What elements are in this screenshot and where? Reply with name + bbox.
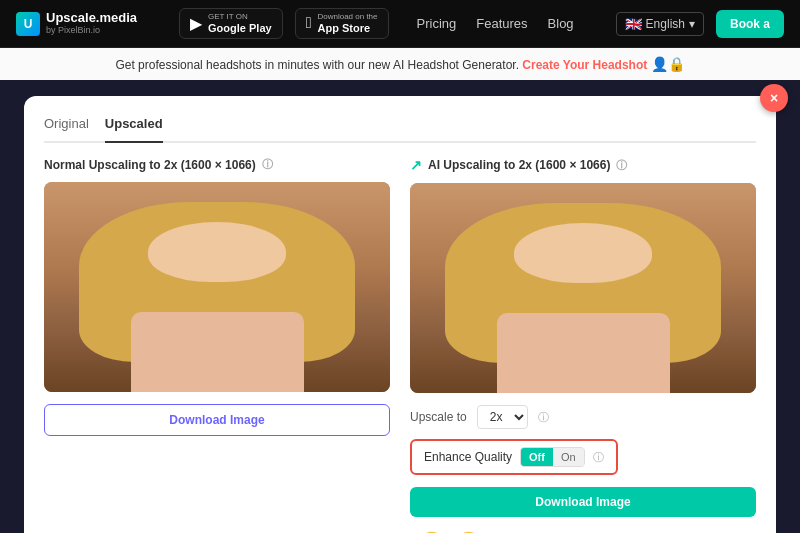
logo-sub: by PixelBin.io <box>46 26 137 36</box>
card: × Original Upscaled Normal Upscaling to … <box>24 96 776 533</box>
normal-image <box>44 182 390 392</box>
book-button[interactable]: Book a <box>716 10 784 38</box>
upscale-label: Upscale to <box>410 410 467 424</box>
language-label: English <box>646 17 685 31</box>
face-right <box>514 223 652 283</box>
toggle-on-btn[interactable]: On <box>553 448 584 466</box>
logo-icon: U <box>16 12 40 36</box>
navbar-links: Pricing Features Blog <box>417 16 574 31</box>
upscale-select[interactable]: 2x 4x 8x <box>477 405 528 429</box>
ai-image <box>410 183 756 393</box>
enhance-info-icon[interactable]: ⓘ <box>593 450 604 465</box>
logo-text: Upscale.media by PixelBin.io <box>46 11 137 35</box>
upscale-info-icon[interactable]: ⓘ <box>538 410 549 425</box>
enhance-quality-label: Enhance Quality <box>424 450 512 464</box>
google-play-large: Google Play <box>208 22 272 34</box>
info-icon-right[interactable]: ⓘ <box>616 158 627 173</box>
flag-icon: 🇬🇧 <box>625 16 642 32</box>
enhance-quality-box: Enhance Quality Off On ⓘ <box>410 439 618 475</box>
google-play-small: GET IT ON <box>208 13 272 22</box>
ai-upscaling-section: ↗ AI Upscaling to 2x (1600 × 1066) ⓘ Ups… <box>410 157 756 517</box>
body-left <box>131 312 304 392</box>
apple-icon:  <box>306 14 312 32</box>
info-icon-left[interactable]: ⓘ <box>262 157 273 172</box>
banner-icons: 👤🔒 <box>651 56 685 72</box>
ai-upscale-icon: ↗ <box>410 157 422 173</box>
toggle-off-btn[interactable]: Off <box>521 448 553 466</box>
body-right <box>497 313 670 393</box>
pricing-link[interactable]: Pricing <box>417 16 457 31</box>
language-selector[interactable]: 🇬🇧 English ▾ <box>616 12 704 36</box>
images-row: Normal Upscaling to 2x (1600 × 1066) ⓘ D… <box>44 157 756 517</box>
google-play-icon: ▶ <box>190 14 202 33</box>
normal-upscaling-title: Normal Upscaling to 2x (1600 × 1066) ⓘ <box>44 157 390 172</box>
navbar-right: 🇬🇧 English ▾ Book a <box>616 10 784 38</box>
portrait-bg-right <box>410 183 756 393</box>
download-normal-button[interactable]: Download Image <box>44 404 390 436</box>
google-play-btn[interactable]: ▶ GET IT ON Google Play <box>179 8 283 39</box>
app-store-large: App Store <box>317 22 377 34</box>
tabs: Original Upscaled <box>44 116 756 143</box>
portrait-bg-left <box>44 182 390 392</box>
logo-main: Upscale.media <box>46 11 137 25</box>
controls-row: Upscale to 2x 4x 8x ⓘ Enhance Quality Of… <box>410 405 756 475</box>
ai-upscaling-title: ↗ AI Upscaling to 2x (1600 × 1066) ⓘ <box>410 157 756 173</box>
close-button[interactable]: × <box>760 84 788 112</box>
banner: Get professional headshots in minutes wi… <box>0 48 800 80</box>
normal-upscaling-section: Normal Upscaling to 2x (1600 × 1066) ⓘ D… <box>44 157 390 517</box>
app-store-btn[interactable]:  Download on the App Store <box>295 8 389 39</box>
navbar-left: U Upscale.media by PixelBin.io <box>16 11 137 35</box>
app-store-small: Download on the <box>317 13 377 22</box>
navbar: U Upscale.media by PixelBin.io ▶ GET IT … <box>0 0 800 48</box>
tab-original[interactable]: Original <box>44 116 89 135</box>
toggle-group: Off On <box>520 447 585 467</box>
features-link[interactable]: Features <box>476 16 527 31</box>
download-ai-button[interactable]: Download Image <box>410 487 756 517</box>
chevron-down-icon: ▾ <box>689 17 695 31</box>
navbar-center: ▶ GET IT ON Google Play  Download on th… <box>179 8 574 39</box>
banner-text: Get professional headshots in minutes wi… <box>115 58 519 72</box>
main-content: × Original Upscaled Normal Upscaling to … <box>0 80 800 533</box>
banner-cta[interactable]: Create Your Headshot <box>522 58 647 72</box>
blog-link[interactable]: Blog <box>548 16 574 31</box>
tab-upscaled[interactable]: Upscaled <box>105 116 163 143</box>
face-left <box>148 222 286 282</box>
